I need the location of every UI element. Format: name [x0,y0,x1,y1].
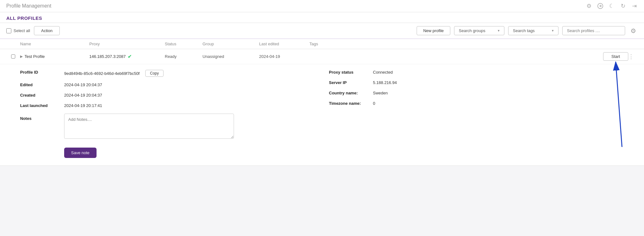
last-edited-cell: 2024-04-19 [259,54,309,59]
proxy-status-label: Proxy status [329,70,373,75]
page-title: ALL PROFILES [0,12,644,23]
timezone-name-row: Timezone name: 0 [329,101,638,106]
server-ip-value: 5.188.216.94 [373,80,397,85]
proxy-cell: 146.185.207.3:2087 ✔ [89,53,165,59]
search-profiles-input[interactable] [562,26,625,35]
profile-name-label: Test Profile [25,54,45,59]
app-header: Profile Management ⚙ ☾ ↻ ⇥ [0,0,644,12]
logout-icon[interactable]: ⇥ [631,3,638,9]
timezone-name-value: 0 [373,101,375,106]
proxy-connected-icon: ✔ [128,53,132,59]
col-group: Group [203,42,259,46]
settings-gear-icon[interactable]: ⚙ [629,26,638,35]
edited-label: Edited [20,82,64,87]
save-note-button[interactable]: Save note [64,148,97,158]
country-name-value: Sweden [373,91,388,95]
server-ip-row: Server IP 5.188.216.94 [329,80,638,85]
refresh-icon[interactable]: ↻ [619,3,626,9]
timezone-name-label: Timezone name: [329,101,373,106]
proxy-address: 146.185.207.3:2087 [89,54,126,59]
header-icons: ⚙ ☾ ↻ ⇥ [586,3,638,9]
col-action [603,42,628,46]
search-groups-label: Search groups [459,28,486,33]
action-button[interactable]: Action [34,26,60,35]
app-title: Profile Management [6,3,51,9]
new-profile-button[interactable]: New profile [417,26,450,35]
expand-arrow-icon[interactable]: ▶ [20,54,23,59]
last-launched-label: Last launched [20,103,64,108]
copy-button[interactable]: Copy [145,70,164,77]
profile-id-value: 9ed8494b-85c6-4692-b46d-4eb69f7bc50f Cop… [64,70,164,77]
row-checkbox[interactable] [6,54,20,59]
edited-row: Edited 2024-04-19 20:04:37 [20,82,329,87]
detail-panel: Profile ID 9ed8494b-85c6-4692-b46d-4eb69… [0,64,644,166]
edited-value: 2024-04-19 20:04:37 [64,82,102,87]
chevron-down-icon: ▾ [498,29,500,33]
col-checkbox [6,42,20,46]
start-button[interactable]: Start [603,52,628,61]
send-icon[interactable] [597,3,604,9]
detail-right: Proxy status Connected Server IP 5.188.2… [329,70,638,158]
select-all-checkbox[interactable] [6,28,11,33]
col-menu [628,42,638,46]
group-cell: Unassigned [203,54,259,59]
table-header: Name Proxy Status Group Last edited Tags [0,39,644,49]
profile-id-row: Profile ID 9ed8494b-85c6-4692-b46d-4eb69… [20,70,329,77]
server-ip-label: Server IP [329,80,373,85]
row-menu-button[interactable]: ⋮ [628,53,638,60]
col-proxy: Proxy [89,42,165,46]
created-label: Created [20,93,64,98]
last-launched-row: Last launched 2024-04-19 20:17:41 [20,103,329,108]
col-name: Name [20,42,89,46]
profile-id-label: Profile ID [20,70,64,75]
last-launched-value: 2024-04-19 20:17:41 [64,103,102,108]
created-value: 2024-04-19 20:04:37 [64,93,102,98]
select-all-label: Select all [14,28,30,33]
status-cell: Ready [165,54,203,59]
chevron-down-icon-2: ▾ [552,29,554,33]
moon-icon[interactable]: ☾ [608,3,615,9]
search-groups-dropdown[interactable]: Search groups ▾ [454,26,504,35]
proxy-status-value: Connected [373,70,393,75]
notes-textarea[interactable] [64,114,234,139]
search-tags-dropdown[interactable]: Search tags ▾ [508,26,558,35]
country-name-label: Country name: [329,91,373,95]
search-tags-label: Search tags [513,28,535,33]
table-row: ▶ Test Profile 146.185.207.3:2087 ✔ Read… [0,49,644,64]
created-row: Created 2024-04-19 20:04:37 [20,93,329,98]
notes-label: Notes [20,114,64,121]
col-tags: Tags [309,42,603,46]
country-name-row: Country name: Sweden [329,91,638,95]
notes-row: Notes [20,114,329,139]
recycle-icon[interactable]: ⚙ [586,3,592,9]
profile-name-cell: ▶ Test Profile [20,54,89,59]
select-all-wrap: Select all [6,28,30,33]
col-last-edited: Last edited [259,42,309,46]
toolbar: Select all Action New profile Search gro… [0,23,644,39]
col-status: Status [165,42,203,46]
detail-left: Profile ID 9ed8494b-85c6-4692-b46d-4eb69… [20,70,329,158]
proxy-status-row: Proxy status Connected [329,70,638,75]
